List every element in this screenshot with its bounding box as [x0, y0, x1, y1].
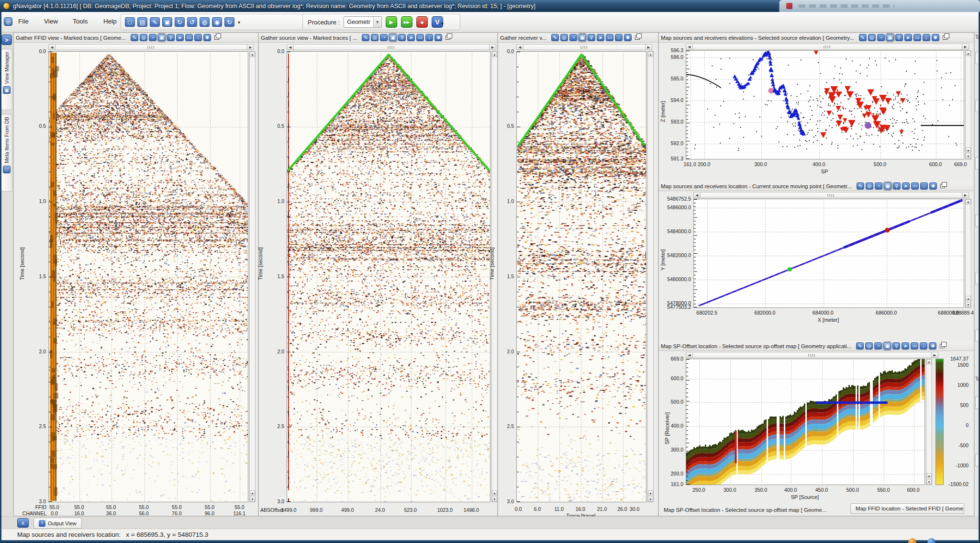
pointer-tool-icon[interactable]: ➤ [904, 34, 912, 41]
fill-mode-icon[interactable]: ◔ [569, 34, 577, 41]
scroll-up-icon[interactable]: ▲ [492, 490, 497, 496]
map-elevation-header[interactable]: Map sources and receivers elevations - S… [659, 33, 974, 43]
marker-mode-icon[interactable]: ▣ [884, 182, 891, 190]
float-window-icon[interactable] [445, 35, 450, 40]
settings-burst-icon[interactable]: ✱ [434, 34, 442, 41]
pointer-tool-icon[interactable]: ➤ [407, 34, 415, 41]
v-scrollbar[interactable]: ▲ ▲ ▼ [965, 199, 971, 308]
float-window-icon[interactable] [943, 35, 947, 40]
scroll-up-icon[interactable]: ▲ [492, 52, 497, 57]
scroll-track[interactable] [693, 352, 931, 358]
fill-mode-icon[interactable]: ◔ [380, 34, 388, 41]
export-down-icon[interactable]: ↓ [920, 342, 927, 350]
marker-mode-icon[interactable]: ▣ [883, 342, 891, 350]
marker-mode-icon[interactable]: ▣ [886, 34, 894, 41]
menu-file[interactable]: File [15, 16, 32, 27]
edit-pen-icon[interactable]: ✎ [362, 34, 369, 41]
scroll-down-icon[interactable]: ▼ [492, 497, 497, 502]
zoom-tool-icon[interactable]: ⚲ [167, 34, 175, 41]
scroll-down-icon[interactable]: ▼ [926, 479, 932, 485]
float-window-icon[interactable] [940, 344, 945, 348]
refresh-icon[interactable]: ↻ [224, 17, 234, 27]
export-down-icon[interactable]: ↓ [923, 34, 930, 41]
h-scrollbar[interactable]: ◀ ▶ [48, 44, 254, 50]
h-scrollbar[interactable]: ◀ ▶ [693, 192, 969, 198]
settings-burst-icon[interactable]: ✱ [624, 34, 632, 41]
output-view-tab[interactable]: ! Output View [33, 518, 82, 529]
procedure-caret-icon[interactable]: ▾ [373, 17, 381, 27]
gather-ffid-header[interactable]: Gather FFID view - Marked traces [ Geome… [14, 33, 258, 43]
export-down-icon[interactable]: ↓ [615, 34, 623, 41]
map-elevation-plot[interactable] [686, 51, 964, 159]
rectangle-select-icon[interactable]: ▭ [185, 34, 193, 41]
rectangle-select-icon[interactable]: ▭ [913, 34, 921, 41]
scroll-left-icon[interactable]: ◀ [517, 45, 523, 50]
float-window-icon[interactable] [635, 35, 640, 40]
compass-icon[interactable]: ◎ [866, 182, 873, 190]
map-spoffset-header[interactable]: Map SP-Offset location - Selected source… [659, 341, 974, 351]
zoom-tool-icon[interactable]: ⚲ [893, 182, 901, 190]
scroll-track[interactable] [693, 44, 962, 49]
scroll-down-icon[interactable]: ▼ [250, 497, 255, 502]
scroll-left-icon[interactable]: ◀ [287, 45, 294, 50]
pointer-tool-icon[interactable]: ➤ [597, 34, 604, 41]
new-file-icon[interactable]: □ [125, 17, 135, 27]
h-scrollbar[interactable]: ◀ ▶ [516, 44, 652, 50]
scroll-right-icon[interactable]: ▶ [962, 192, 969, 198]
zoom-tool-icon[interactable]: ⚲ [895, 34, 903, 41]
scroll-track[interactable] [523, 45, 645, 50]
gather-source-header[interactable]: Gather source view - Marked traces [ ...… [259, 33, 497, 43]
map-location-plot[interactable] [694, 199, 964, 307]
v-scrollbar[interactable]: ▲ ▲ ▼ [249, 51, 256, 502]
settings-burst-icon[interactable]: ✱ [203, 34, 211, 41]
run-button[interactable]: ▶ [386, 16, 397, 28]
rectangle-select-icon[interactable]: ▭ [416, 34, 424, 41]
v-scrollbar[interactable]: ▲ ▲ ▼ [965, 50, 971, 159]
rectangle-select-icon[interactable]: ▭ [911, 182, 919, 190]
velocity-tool-button[interactable]: V ▾ [432, 16, 443, 28]
scroll-track[interactable] [56, 45, 247, 50]
gather-ffid-plot[interactable] [49, 52, 248, 502]
marker-mode-icon[interactable]: ▣ [389, 34, 397, 41]
menu-tools[interactable]: Tools [70, 16, 91, 27]
menu-view[interactable]: View [41, 16, 61, 27]
edit-pen-icon[interactable]: ✎ [857, 182, 864, 190]
scroll-left-icon[interactable]: ◀ [686, 352, 693, 358]
fill-mode-icon[interactable]: ◔ [149, 34, 156, 41]
gather-receiver-header[interactable]: Gather receiver v... ✎◎◔▣⚲➤▭↓✱ [498, 33, 658, 43]
edit-pen-icon[interactable]: ✎ [131, 34, 138, 41]
scroll-down-icon[interactable]: ▼ [648, 497, 653, 502]
pointer-tool-icon[interactable]: ➤ [902, 342, 909, 350]
float-window-icon[interactable] [940, 184, 945, 188]
compass-icon[interactable]: ◎ [868, 34, 876, 41]
h-scrollbar[interactable]: ◀ ▶ [686, 352, 938, 358]
export-down-icon[interactable]: ↓ [425, 34, 433, 41]
scroll-up-icon[interactable]: ▲ [966, 147, 971, 153]
compass-icon[interactable]: ◎ [140, 34, 147, 41]
collapse-output-button[interactable]: ∧ [17, 518, 29, 528]
gather-source-plot[interactable] [287, 52, 490, 502]
open-form-icon[interactable]: ▤ [137, 17, 147, 27]
taskbar-icon-blue[interactable] [927, 538, 935, 543]
scroll-up-icon[interactable]: ▲ [926, 473, 932, 478]
h-scrollbar[interactable]: ◀ ▶ [287, 44, 496, 50]
globe-icon[interactable]: ◍ [200, 17, 210, 27]
forward-circle-icon[interactable]: ↻ [175, 17, 185, 27]
pointer-tool-icon[interactable]: ➤ [902, 182, 910, 190]
edit-flow-icon[interactable]: ✎ [150, 17, 160, 27]
map-location-header[interactable]: Map sources and receivers location - Cur… [659, 181, 974, 191]
scroll-up-icon[interactable]: ▲ [926, 359, 932, 364]
scroll-up-icon[interactable]: ▲ [966, 51, 971, 56]
scroll-up-icon[interactable]: ▲ [250, 52, 255, 57]
scroll-down-icon[interactable]: ▼ [966, 302, 971, 307]
scroll-right-icon[interactable]: ▶ [645, 45, 652, 50]
stop-button[interactable]: ■ [416, 16, 428, 28]
tab-map-ffid[interactable]: Map FFID location - Selected FFID [ Geom… [850, 503, 964, 514]
scroll-up-icon[interactable]: ▲ [648, 490, 653, 496]
sidebar-tab-view-manager[interactable]: View Manager ▣ [1, 49, 12, 110]
zoom-tool-icon[interactable]: ⚲ [892, 342, 900, 350]
scroll-up-icon[interactable]: ▲ [966, 296, 971, 301]
taskbar-icon-orange[interactable] [908, 538, 916, 543]
rectangle-select-icon[interactable]: ▭ [606, 34, 613, 41]
expand-dock-button[interactable]: > [1, 34, 12, 45]
